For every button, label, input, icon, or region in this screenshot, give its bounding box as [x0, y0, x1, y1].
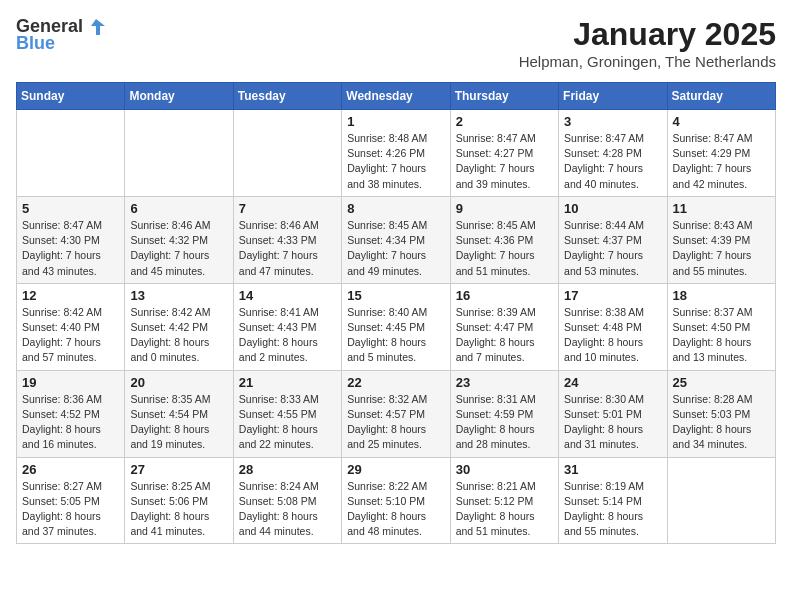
calendar-cell: 1Sunrise: 8:48 AMSunset: 4:26 PMDaylight… [342, 110, 450, 197]
day-number: 16 [456, 288, 553, 303]
day-info: Sunrise: 8:47 AMSunset: 4:29 PMDaylight:… [673, 131, 770, 192]
calendar-cell [233, 110, 341, 197]
day-info: Sunrise: 8:27 AMSunset: 5:05 PMDaylight:… [22, 479, 119, 540]
calendar-cell: 6Sunrise: 8:46 AMSunset: 4:32 PMDaylight… [125, 196, 233, 283]
day-info: Sunrise: 8:35 AMSunset: 4:54 PMDaylight:… [130, 392, 227, 453]
calendar-cell [667, 457, 775, 544]
day-info: Sunrise: 8:47 AMSunset: 4:30 PMDaylight:… [22, 218, 119, 279]
day-info: Sunrise: 8:42 AMSunset: 4:40 PMDaylight:… [22, 305, 119, 366]
weekday-header-row: SundayMondayTuesdayWednesdayThursdayFrid… [17, 83, 776, 110]
calendar-cell: 22Sunrise: 8:32 AMSunset: 4:57 PMDayligh… [342, 370, 450, 457]
day-number: 29 [347, 462, 444, 477]
day-number: 3 [564, 114, 661, 129]
calendar-cell: 4Sunrise: 8:47 AMSunset: 4:29 PMDaylight… [667, 110, 775, 197]
day-number: 22 [347, 375, 444, 390]
day-number: 24 [564, 375, 661, 390]
day-info: Sunrise: 8:19 AMSunset: 5:14 PMDaylight:… [564, 479, 661, 540]
calendar-cell: 25Sunrise: 8:28 AMSunset: 5:03 PMDayligh… [667, 370, 775, 457]
calendar-cell: 12Sunrise: 8:42 AMSunset: 4:40 PMDayligh… [17, 283, 125, 370]
day-info: Sunrise: 8:41 AMSunset: 4:43 PMDaylight:… [239, 305, 336, 366]
day-info: Sunrise: 8:37 AMSunset: 4:50 PMDaylight:… [673, 305, 770, 366]
day-number: 25 [673, 375, 770, 390]
day-number: 17 [564, 288, 661, 303]
day-number: 23 [456, 375, 553, 390]
day-number: 1 [347, 114, 444, 129]
calendar-cell: 3Sunrise: 8:47 AMSunset: 4:28 PMDaylight… [559, 110, 667, 197]
calendar-cell: 19Sunrise: 8:36 AMSunset: 4:52 PMDayligh… [17, 370, 125, 457]
calendar-cell: 18Sunrise: 8:37 AMSunset: 4:50 PMDayligh… [667, 283, 775, 370]
logo: General Blue [16, 16, 107, 54]
day-info: Sunrise: 8:45 AMSunset: 4:36 PMDaylight:… [456, 218, 553, 279]
week-row-1: 1Sunrise: 8:48 AMSunset: 4:26 PMDaylight… [17, 110, 776, 197]
day-number: 12 [22, 288, 119, 303]
week-row-3: 12Sunrise: 8:42 AMSunset: 4:40 PMDayligh… [17, 283, 776, 370]
calendar-cell: 7Sunrise: 8:46 AMSunset: 4:33 PMDaylight… [233, 196, 341, 283]
day-info: Sunrise: 8:28 AMSunset: 5:03 PMDaylight:… [673, 392, 770, 453]
day-number: 11 [673, 201, 770, 216]
day-number: 26 [22, 462, 119, 477]
day-info: Sunrise: 8:42 AMSunset: 4:42 PMDaylight:… [130, 305, 227, 366]
calendar-cell: 14Sunrise: 8:41 AMSunset: 4:43 PMDayligh… [233, 283, 341, 370]
day-number: 13 [130, 288, 227, 303]
day-info: Sunrise: 8:21 AMSunset: 5:12 PMDaylight:… [456, 479, 553, 540]
day-info: Sunrise: 8:48 AMSunset: 4:26 PMDaylight:… [347, 131, 444, 192]
calendar-cell: 23Sunrise: 8:31 AMSunset: 4:59 PMDayligh… [450, 370, 558, 457]
day-number: 9 [456, 201, 553, 216]
day-info: Sunrise: 8:40 AMSunset: 4:45 PMDaylight:… [347, 305, 444, 366]
calendar-cell: 24Sunrise: 8:30 AMSunset: 5:01 PMDayligh… [559, 370, 667, 457]
day-info: Sunrise: 8:36 AMSunset: 4:52 PMDaylight:… [22, 392, 119, 453]
weekday-header-friday: Friday [559, 83, 667, 110]
day-number: 28 [239, 462, 336, 477]
calendar-cell: 11Sunrise: 8:43 AMSunset: 4:39 PMDayligh… [667, 196, 775, 283]
day-info: Sunrise: 8:30 AMSunset: 5:01 PMDaylight:… [564, 392, 661, 453]
weekday-header-tuesday: Tuesday [233, 83, 341, 110]
day-info: Sunrise: 8:45 AMSunset: 4:34 PMDaylight:… [347, 218, 444, 279]
day-number: 6 [130, 201, 227, 216]
day-number: 7 [239, 201, 336, 216]
day-info: Sunrise: 8:47 AMSunset: 4:27 PMDaylight:… [456, 131, 553, 192]
day-info: Sunrise: 8:25 AMSunset: 5:06 PMDaylight:… [130, 479, 227, 540]
day-info: Sunrise: 8:47 AMSunset: 4:28 PMDaylight:… [564, 131, 661, 192]
day-number: 20 [130, 375, 227, 390]
day-number: 15 [347, 288, 444, 303]
day-info: Sunrise: 8:46 AMSunset: 4:33 PMDaylight:… [239, 218, 336, 279]
day-info: Sunrise: 8:39 AMSunset: 4:47 PMDaylight:… [456, 305, 553, 366]
day-info: Sunrise: 8:24 AMSunset: 5:08 PMDaylight:… [239, 479, 336, 540]
calendar-cell: 28Sunrise: 8:24 AMSunset: 5:08 PMDayligh… [233, 457, 341, 544]
day-number: 10 [564, 201, 661, 216]
logo-flag-icon [85, 16, 107, 38]
weekday-header-thursday: Thursday [450, 83, 558, 110]
day-info: Sunrise: 8:22 AMSunset: 5:10 PMDaylight:… [347, 479, 444, 540]
day-number: 14 [239, 288, 336, 303]
calendar-cell: 5Sunrise: 8:47 AMSunset: 4:30 PMDaylight… [17, 196, 125, 283]
calendar-cell: 30Sunrise: 8:21 AMSunset: 5:12 PMDayligh… [450, 457, 558, 544]
calendar-cell: 21Sunrise: 8:33 AMSunset: 4:55 PMDayligh… [233, 370, 341, 457]
calendar-cell: 9Sunrise: 8:45 AMSunset: 4:36 PMDaylight… [450, 196, 558, 283]
calendar-cell: 2Sunrise: 8:47 AMSunset: 4:27 PMDaylight… [450, 110, 558, 197]
day-number: 31 [564, 462, 661, 477]
location-title: Helpman, Groningen, The Netherlands [519, 53, 776, 70]
day-number: 4 [673, 114, 770, 129]
day-info: Sunrise: 8:33 AMSunset: 4:55 PMDaylight:… [239, 392, 336, 453]
day-number: 21 [239, 375, 336, 390]
calendar-cell: 26Sunrise: 8:27 AMSunset: 5:05 PMDayligh… [17, 457, 125, 544]
week-row-4: 19Sunrise: 8:36 AMSunset: 4:52 PMDayligh… [17, 370, 776, 457]
logo-blue-text: Blue [16, 34, 55, 54]
weekday-header-saturday: Saturday [667, 83, 775, 110]
calendar-cell: 29Sunrise: 8:22 AMSunset: 5:10 PMDayligh… [342, 457, 450, 544]
day-number: 19 [22, 375, 119, 390]
weekday-header-sunday: Sunday [17, 83, 125, 110]
page-header: General Blue January 2025 Helpman, Groni… [16, 16, 776, 70]
calendar-cell: 16Sunrise: 8:39 AMSunset: 4:47 PMDayligh… [450, 283, 558, 370]
day-info: Sunrise: 8:38 AMSunset: 4:48 PMDaylight:… [564, 305, 661, 366]
day-number: 2 [456, 114, 553, 129]
day-number: 18 [673, 288, 770, 303]
month-title: January 2025 [519, 16, 776, 53]
calendar-cell: 27Sunrise: 8:25 AMSunset: 5:06 PMDayligh… [125, 457, 233, 544]
calendar-cell [125, 110, 233, 197]
calendar-cell: 8Sunrise: 8:45 AMSunset: 4:34 PMDaylight… [342, 196, 450, 283]
week-row-5: 26Sunrise: 8:27 AMSunset: 5:05 PMDayligh… [17, 457, 776, 544]
calendar-table: SundayMondayTuesdayWednesdayThursdayFrid… [16, 82, 776, 544]
day-info: Sunrise: 8:43 AMSunset: 4:39 PMDaylight:… [673, 218, 770, 279]
day-number: 5 [22, 201, 119, 216]
